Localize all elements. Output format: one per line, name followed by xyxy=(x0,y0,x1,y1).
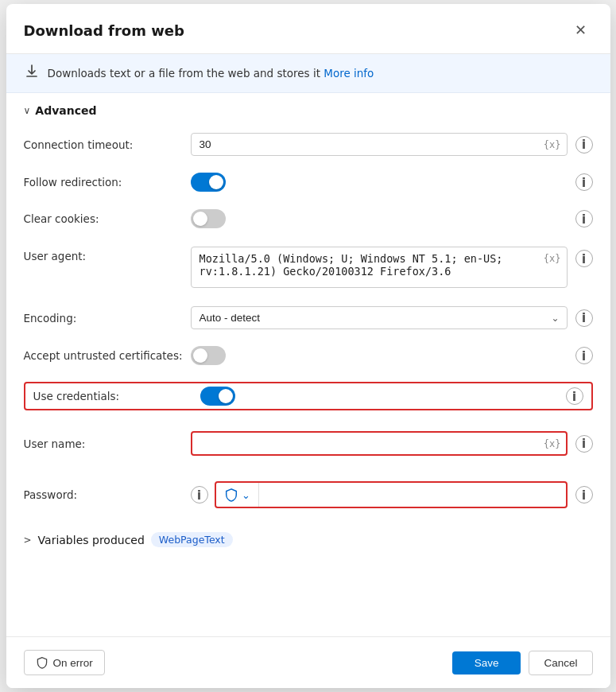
password-input[interactable] xyxy=(259,484,566,506)
follow-redirection-toggle[interactable] xyxy=(191,173,226,192)
password-selector: ⌄ xyxy=(215,481,568,508)
use-credentials-info-icon[interactable]: i xyxy=(566,387,583,405)
shield-icon xyxy=(224,488,238,502)
use-credentials-thumb xyxy=(219,389,233,403)
connection-timeout-info-icon[interactable]: i xyxy=(575,136,593,154)
user-name-input-wrapper: {x} xyxy=(191,431,568,456)
user-name-info-icon[interactable]: i xyxy=(575,435,593,453)
variables-section: > Variables produced WebPageText xyxy=(24,521,593,555)
use-credentials-toggle[interactable] xyxy=(200,387,235,406)
on-error-label: On error xyxy=(53,657,93,669)
user-agent-input[interactable]: Mozilla/5.0 (Windows; U; Windows NT 5.1;… xyxy=(191,247,568,288)
advanced-fields: Connection timeout: {x} i Follow redirec… xyxy=(24,125,593,521)
encoding-info-icon[interactable]: i xyxy=(575,309,593,327)
accept-untrusted-row: Accept untrusted certificates: i xyxy=(24,337,593,374)
password-row: Password: i ⌄ i xyxy=(24,473,593,516)
user-name-row: User name: {x} i xyxy=(24,423,593,464)
clear-cookies-row: Clear cookies: i xyxy=(24,200,593,237)
user-agent-row: User agent: Mozilla/5.0 (Windows; U; Win… xyxy=(24,237,593,298)
use-credentials-highlighted-container: Use credentials: i xyxy=(24,379,593,414)
password-field-info-icon[interactable]: i xyxy=(191,486,208,503)
clear-cookies-thumb xyxy=(193,212,207,226)
follow-redirection-row: Follow redirection: i xyxy=(24,164,593,200)
user-name-label: User name: xyxy=(24,437,191,450)
dialog-body: ∨ Advanced Connection timeout: {x} i Fol… xyxy=(6,93,610,636)
clear-cookies-info-icon[interactable]: i xyxy=(575,210,593,227)
password-control-outer: i ⌄ xyxy=(191,481,568,508)
accept-untrusted-thumb xyxy=(193,348,207,363)
encoding-select-wrapper: Auto - detect UTF-8 UTF-16 ASCII ⌄ xyxy=(191,306,568,329)
save-button[interactable]: Save xyxy=(452,651,521,675)
follow-redirection-control xyxy=(191,173,568,192)
variables-section-label: Variables produced xyxy=(38,534,145,546)
accept-untrusted-toggle[interactable] xyxy=(191,346,226,365)
connection-timeout-input-wrapper: {x} xyxy=(191,133,568,156)
dialog-title: Download from web xyxy=(24,22,184,39)
use-credentials-label: Use credentials: xyxy=(33,390,200,402)
footer-left: On error xyxy=(24,650,444,675)
variable-badge: WebPageText xyxy=(151,532,233,547)
clear-cookies-label: Clear cookies: xyxy=(24,212,191,225)
connection-timeout-row: Connection timeout: {x} i xyxy=(24,125,593,164)
chevron-down-icon: ⌄ xyxy=(242,489,250,501)
accept-untrusted-control xyxy=(191,346,568,365)
dialog-header: Download from web ✕ xyxy=(6,4,610,54)
more-info-link[interactable]: More info xyxy=(323,67,374,80)
use-credentials-row: Use credentials: i xyxy=(24,382,593,410)
variables-section-header[interactable]: > Variables produced WebPageText xyxy=(24,532,593,547)
clear-cookies-control xyxy=(191,209,568,228)
clear-cookies-toggle[interactable] xyxy=(191,209,226,228)
user-agent-label: User agent: xyxy=(24,247,191,262)
accept-untrusted-label: Accept untrusted certificates: xyxy=(24,349,191,362)
connection-timeout-input[interactable] xyxy=(191,133,568,156)
close-button[interactable]: ✕ xyxy=(569,18,593,42)
close-icon: ✕ xyxy=(575,21,587,39)
advanced-section-label: Advanced xyxy=(35,104,96,117)
connection-timeout-control: {x} xyxy=(191,133,568,156)
download-icon xyxy=(24,64,40,83)
use-credentials-control xyxy=(200,387,558,406)
variables-chevron-icon: > xyxy=(24,535,32,546)
encoding-select[interactable]: Auto - detect UTF-8 UTF-16 ASCII xyxy=(191,306,568,329)
user-agent-control: Mozilla/5.0 (Windows; U; Windows NT 5.1;… xyxy=(191,247,568,290)
user-agent-info-icon[interactable]: i xyxy=(575,250,593,267)
password-info-icon[interactable]: i xyxy=(575,486,593,503)
encoding-label: Encoding: xyxy=(24,312,191,325)
download-from-web-dialog: Download from web ✕ Downloads text or a … xyxy=(6,4,610,688)
advanced-section-header[interactable]: ∨ Advanced xyxy=(24,93,593,125)
shield-icon-footer xyxy=(36,656,48,669)
info-banner-text: Downloads text or a file from the web an… xyxy=(48,67,374,80)
encoding-row: Encoding: Auto - detect UTF-8 UTF-16 ASC… xyxy=(24,298,593,337)
info-banner: Downloads text or a file from the web an… xyxy=(6,54,610,93)
user-name-control: {x} xyxy=(191,431,568,456)
password-label: Password: xyxy=(24,488,191,501)
follow-redirection-thumb xyxy=(209,175,223,189)
user-agent-input-wrapper: Mozilla/5.0 (Windows; U; Windows NT 5.1;… xyxy=(191,247,568,290)
on-error-button[interactable]: On error xyxy=(24,650,105,675)
accept-untrusted-info-icon[interactable]: i xyxy=(575,347,593,364)
user-name-input[interactable] xyxy=(191,431,568,456)
advanced-chevron-icon: ∨ xyxy=(24,105,31,116)
follow-redirection-label: Follow redirection: xyxy=(24,176,191,189)
encoding-control: Auto - detect UTF-8 UTF-16 ASCII ⌄ xyxy=(191,306,568,329)
password-type-button[interactable]: ⌄ xyxy=(216,483,259,507)
cancel-button[interactable]: Cancel xyxy=(529,651,592,675)
follow-redirection-info-icon[interactable]: i xyxy=(575,173,593,191)
dialog-footer: On error Save Cancel xyxy=(6,636,610,688)
connection-timeout-label: Connection timeout: xyxy=(24,138,191,151)
